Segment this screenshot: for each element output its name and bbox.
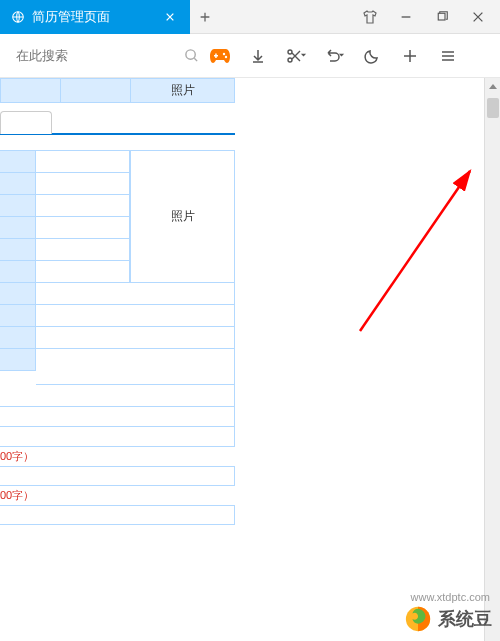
new-tab-button[interactable]	[190, 0, 220, 34]
window-controls	[358, 5, 500, 29]
svg-point-7	[288, 50, 292, 54]
content-area: 照片 照片 0	[0, 78, 500, 641]
plus-icon[interactable]	[394, 40, 426, 72]
scroll-up-button[interactable]	[485, 78, 500, 96]
vertical-scrollbar[interactable]	[484, 78, 500, 641]
tab-close-button[interactable]	[160, 7, 180, 27]
tab-selector[interactable]	[0, 111, 235, 135]
svg-rect-6	[215, 53, 217, 58]
hint-text-2: 00字）	[0, 486, 235, 505]
download-icon[interactable]	[242, 40, 274, 72]
maximize-button[interactable]	[430, 5, 454, 29]
title-bar: 简历管理页面	[0, 0, 500, 34]
form-area: 照片 00字） 00字）	[0, 150, 235, 525]
undo-icon[interactable]	[318, 40, 350, 72]
svg-rect-1	[438, 13, 445, 20]
photo-header: 照片	[131, 79, 235, 103]
watermark-text: 系统豆	[438, 607, 492, 631]
scissors-icon[interactable]	[280, 40, 312, 72]
gamepad-icon[interactable]	[204, 40, 236, 72]
table-header	[61, 79, 131, 103]
shirt-icon[interactable]	[358, 5, 382, 29]
page-content: 照片 照片 0	[0, 78, 235, 641]
moon-icon[interactable]	[356, 40, 388, 72]
browser-tab[interactable]: 简历管理页面	[0, 0, 190, 34]
search-box	[8, 41, 198, 71]
watermark: 系统豆	[404, 605, 492, 633]
photo-placeholder[interactable]: 照片	[130, 151, 235, 283]
svg-point-2	[186, 49, 195, 58]
header-table: 照片	[0, 78, 235, 103]
menu-icon[interactable]	[432, 40, 464, 72]
svg-line-9	[360, 171, 470, 331]
table-header	[1, 79, 61, 103]
hint-text-1: 00字）	[0, 447, 235, 466]
annotation-arrow	[350, 166, 490, 346]
tab-title: 简历管理页面	[32, 8, 160, 26]
close-button[interactable]	[466, 5, 490, 29]
toolbar	[0, 34, 500, 78]
svg-point-3	[223, 52, 225, 54]
search-icon[interactable]	[184, 48, 199, 64]
minimize-button[interactable]	[394, 5, 418, 29]
globe-icon	[10, 9, 26, 25]
svg-point-4	[225, 55, 227, 57]
scrollbar-thumb[interactable]	[487, 98, 499, 118]
svg-point-8	[288, 58, 292, 62]
watermark-url: www.xtdptc.com	[411, 591, 490, 603]
watermark-logo-icon	[404, 605, 432, 633]
search-input[interactable]	[16, 48, 184, 63]
